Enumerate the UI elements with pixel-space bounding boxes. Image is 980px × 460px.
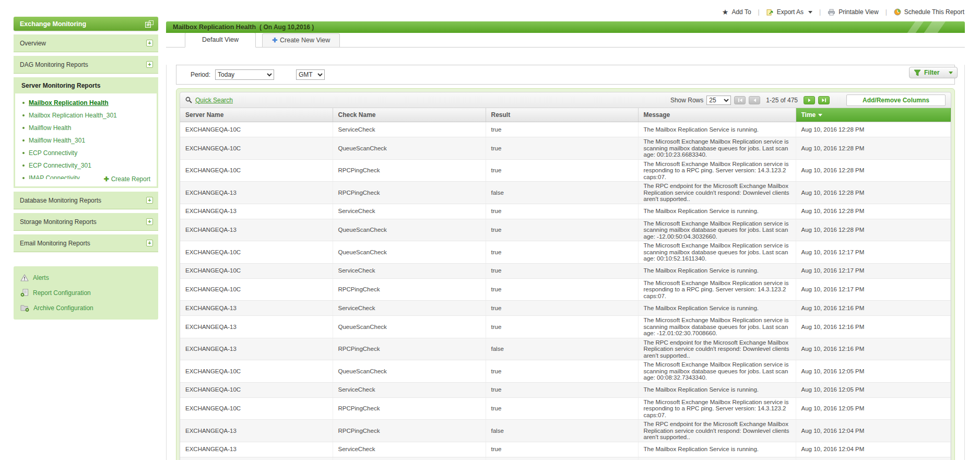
table-row[interactable]: EXCHANGEQA-13 RPCPingCheck false The RPC… (180, 420, 951, 442)
sidebar-item-database-monitoring[interactable]: Database Monitoring Reports + (14, 192, 158, 209)
expand-plus-icon[interactable]: + (146, 197, 153, 204)
results-grid-container: Quick Search Show Rows 25 1-25 of 475 (176, 88, 955, 460)
cell-result: true (486, 442, 638, 457)
sidebar-item-server-monitoring[interactable]: Server Monitoring Reports (15, 77, 157, 93)
sidebar-item-storage-monitoring[interactable]: Storage Monitoring Reports + (14, 213, 158, 231)
sidebar-item-dag-monitoring[interactable]: DAG Monitoring Reports + (14, 56, 158, 74)
grid-pagination-controls: Show Rows 25 1-25 of 475 (670, 95, 946, 106)
cascade-expand-icon[interactable]: + (145, 20, 154, 28)
quick-search-link[interactable]: Quick Search (185, 97, 233, 104)
create-report-link[interactable]: ✚ Create Report (104, 175, 150, 183)
table-row[interactable]: EXCHANGEQA-13 ServiceCheck true The Mail… (180, 204, 951, 219)
tab-label: Default View (202, 36, 239, 43)
table-row[interactable]: EXCHANGEQA-10C QueueScanCheck true The M… (180, 360, 951, 383)
table-row[interactable]: EXCHANGEQA-13 ServiceCheck true The Mail… (180, 442, 951, 457)
filter-label: Filter (924, 69, 939, 76)
table-row[interactable]: EXCHANGEQA-13 RPCPingCheck false The RPC… (180, 338, 951, 360)
cell-check-name: QueueScanCheck (333, 316, 486, 338)
alerts-link[interactable]: Alerts (20, 274, 151, 281)
cell-server-name: EXCHANGEQA-10C (180, 137, 333, 160)
sidebar: Exchange Monitoring + Overview + DAG Mon… (14, 17, 158, 320)
table-row[interactable]: EXCHANGEQA-13 RPCPingCheck false The RPC… (180, 182, 951, 204)
column-header-check-name[interactable]: Check Name (333, 108, 486, 122)
column-header-result[interactable]: Result (486, 108, 638, 122)
cell-check-name: ServiceCheck (333, 301, 486, 316)
report-links-list: Mailbox Replication Health Mailbox Repli… (15, 93, 157, 186)
add-to-button[interactable]: ★ Add To (722, 8, 751, 16)
show-rows-label: Show Rows (670, 97, 703, 104)
cell-time: Aug 10, 2016 12:16 PM (796, 338, 951, 360)
tab-create-new-view[interactable]: ✚ Create New View (262, 33, 340, 47)
sidebar-item-email-monitoring[interactable]: Email Monitoring Reports + (14, 234, 158, 252)
sidebar-item-label: Database Monitoring Reports (20, 197, 101, 204)
cell-server-name: EXCHANGEQA-10C (180, 382, 333, 397)
cell-server-name: EXCHANGEQA-10C (180, 278, 333, 301)
cell-server-name: EXCHANGEQA-10C (180, 241, 333, 264)
expand-plus-icon[interactable]: + (146, 40, 153, 46)
tab-default-view[interactable]: Default View (185, 32, 256, 48)
sidebar-report-link[interactable]: Mailbox Replication Health (22, 99, 151, 107)
export-as-button[interactable]: Export As (766, 8, 812, 16)
table-row[interactable]: EXCHANGEQA-13 ServiceCheck true The Mail… (180, 301, 951, 316)
expand-plus-icon[interactable]: + (146, 218, 153, 225)
report-configuration-link[interactable]: Report Configuration (20, 289, 151, 297)
column-header-message[interactable]: Message (638, 108, 796, 122)
table-row[interactable]: EXCHANGEQA-10C QueueScanCheck true The M… (180, 137, 951, 160)
last-page-button[interactable] (818, 96, 830, 104)
report-config-icon (20, 289, 29, 297)
table-row[interactable]: The Microsoft Exchange Mailbox Replicati… (180, 457, 951, 460)
schedule-clock-icon (894, 8, 901, 16)
sidebar-report-link[interactable]: ECP Connectivity_301 (22, 162, 151, 169)
sidebar-footer-panel: Alerts Report Configuration Archive Conf… (14, 266, 158, 320)
table-row[interactable]: EXCHANGEQA-10C RPCPingCheck true The Mic… (180, 397, 951, 420)
cell-server-name: EXCHANGEQA-13 (180, 219, 333, 241)
cell-server-name: EXCHANGEQA-13 (180, 420, 333, 442)
column-header-server-name[interactable]: Server Name (180, 108, 333, 122)
cell-time: Aug 10, 2016 12:17 PM (796, 263, 951, 278)
first-page-button[interactable] (734, 96, 746, 104)
table-row[interactable]: EXCHANGEQA-10C RPCPingCheck true The Mic… (180, 278, 951, 301)
add-remove-columns-button[interactable]: Add/Remove Columns (846, 95, 946, 106)
cell-server-name: EXCHANGEQA-10C (180, 263, 333, 278)
sidebar-report-link[interactable]: IMAP Connectivity (22, 174, 104, 179)
column-header-time-sorted[interactable]: Time (796, 108, 951, 122)
table-row[interactable]: EXCHANGEQA-10C RPCPingCheck true The Mic… (180, 159, 951, 182)
plus-icon: ✚ (104, 175, 109, 183)
filter-button[interactable]: Filter (909, 67, 958, 78)
cell-result (486, 457, 638, 460)
table-row[interactable]: EXCHANGEQA-10C ServiceCheck true The Mai… (180, 122, 951, 137)
cell-result: false (486, 338, 638, 360)
cell-time: Aug 10, 2016 12:28 PM (796, 204, 951, 219)
schedule-report-button[interactable]: Schedule This Report (894, 8, 964, 16)
sidebar-item-overview[interactable]: Overview + (14, 34, 158, 52)
period-select[interactable]: Today (215, 69, 274, 80)
cell-result: true (486, 219, 638, 241)
grid-toolbar: Quick Search Show Rows 25 1-25 of 475 (180, 92, 951, 108)
table-row[interactable]: EXCHANGEQA-13 QueueScanCheck true The Mi… (180, 316, 951, 338)
table-row[interactable]: EXCHANGEQA-10C ServiceCheck true The Mai… (180, 263, 951, 278)
cell-server-name: EXCHANGEQA-10C (180, 360, 333, 383)
archive-configuration-link[interactable]: Archive Configuration (20, 304, 151, 312)
sidebar-report-link[interactable]: Mailflow Health_301 (22, 137, 151, 144)
cell-time: Aug 10, 2016 12:04 PM (796, 420, 951, 442)
rows-per-page-select[interactable]: 25 (706, 96, 731, 105)
table-row[interactable]: EXCHANGEQA-10C QueueScanCheck true The M… (180, 241, 951, 264)
cell-message: The Microsoft Exchange Mailbox Replicati… (638, 397, 796, 420)
expand-plus-icon[interactable]: + (146, 240, 153, 246)
page-title: Mailbox Replication Health (173, 23, 256, 31)
timezone-select[interactable]: GMT (296, 69, 325, 80)
cell-server-name: EXCHANGEQA-10C (180, 122, 333, 137)
sidebar-report-link[interactable]: Mailflow Health (22, 124, 151, 132)
chevron-down-icon (949, 72, 953, 74)
table-row[interactable]: EXCHANGEQA-13 QueueScanCheck true The Mi… (180, 219, 951, 241)
expand-plus-icon[interactable]: + (146, 61, 153, 68)
sidebar-report-link[interactable]: Mailbox Replication Health_301 (22, 112, 151, 119)
next-page-button[interactable] (804, 96, 815, 104)
table-row[interactable]: EXCHANGEQA-10C ServiceCheck true The Mai… (180, 382, 951, 397)
toolbar-separator: | (758, 8, 760, 16)
sidebar-report-link[interactable]: ECP Connectivity (22, 149, 151, 157)
period-controls: Period: Today GMT (176, 65, 955, 85)
printable-view-button[interactable]: Printable View (828, 8, 879, 16)
previous-page-button[interactable] (749, 96, 760, 104)
sidebar-header[interactable]: Exchange Monitoring + (14, 17, 158, 31)
